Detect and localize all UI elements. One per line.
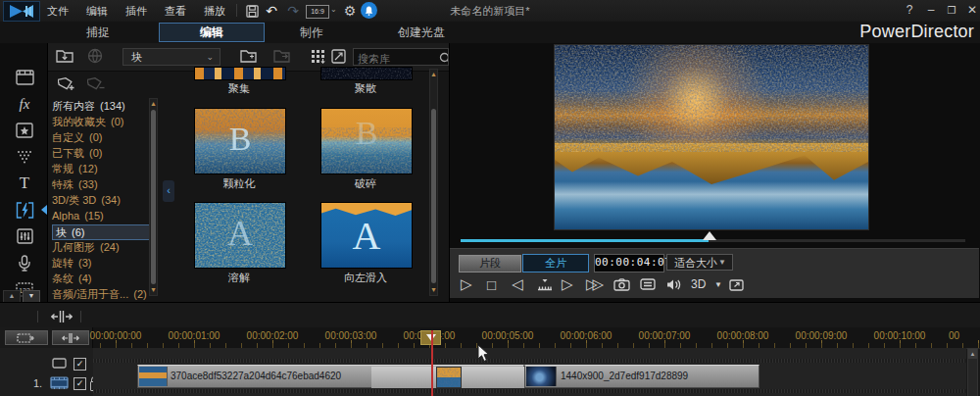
scroll-up-icon[interactable]: ▲: [430, 71, 437, 78]
category-all-content[interactable]: 所有内容(134): [52, 99, 150, 115]
video-track-checkbox[interactable]: ✓: [74, 377, 86, 390]
tab-edit[interactable]: 编辑: [159, 23, 265, 42]
preview-seek-bar[interactable]: [461, 239, 965, 242]
category-3d[interactable]: 3D/类 3D(34): [52, 193, 150, 209]
undock-preview-icon[interactable]: [729, 274, 744, 294]
track-manager-button[interactable]: [5, 330, 48, 345]
category-custom[interactable]: 自定义(0): [52, 130, 150, 146]
transition-label: 颗粒化: [194, 176, 284, 191]
tab-create-disc[interactable]: 创建光盘: [382, 25, 461, 41]
category-alpha[interactable]: Alpha(15): [52, 209, 150, 224]
video-track-icon[interactable]: [50, 376, 69, 389]
restore-button[interactable]: ❐: [944, 5, 959, 16]
add-tag-icon[interactable]: [58, 75, 77, 92]
transition-thumb-gather[interactable]: [194, 67, 286, 80]
pip-objects-room-icon[interactable]: [14, 120, 35, 141]
voiceover-room-icon[interactable]: [14, 252, 35, 273]
play-button[interactable]: ▷: [461, 274, 472, 294]
grid-view-icon[interactable]: [311, 49, 325, 64]
thumbnails-scrollbar-thumb[interactable]: [431, 109, 436, 283]
volume-icon[interactable]: [666, 274, 682, 294]
search-box[interactable]: [353, 48, 449, 66]
remove-tag-icon[interactable]: [87, 75, 107, 92]
timeline-vscrollbar[interactable]: ▲: [967, 348, 978, 396]
tab-produce[interactable]: 制作: [282, 25, 341, 41]
save-icon[interactable]: [243, 2, 261, 20]
step-ruler-button[interactable]: [537, 274, 553, 294]
3d-mode-button[interactable]: 3D: [691, 274, 706, 294]
next-frame-button[interactable]: ▷: [562, 274, 573, 294]
scroll-up-icon[interactable]: ▲: [150, 100, 157, 108]
clip-name: 1440x900_2d7edf917d28899: [561, 371, 688, 381]
particle-room-icon[interactable]: [14, 146, 35, 168]
transition-thumb-slide-left[interactable]: A: [320, 202, 413, 269]
category-block-selected[interactable]: 块(6): [52, 224, 150, 240]
export-folder-icon[interactable]: [273, 48, 290, 63]
tab-capture[interactable]: 捕捉: [69, 25, 127, 41]
library-panel: 块⌄ 所有内容(134) 我的收藏夹(0) 自定义(0) 已下载(0) 常规(1…: [48, 43, 450, 302]
undo-icon[interactable]: ↶: [263, 2, 280, 20]
category-geometric[interactable]: 几何图形(24): [52, 240, 150, 256]
monitor-icon[interactable]: [52, 358, 67, 369]
resize-thumbnails-icon[interactable]: [331, 49, 346, 64]
effects-room-icon[interactable]: fx: [14, 93, 35, 115]
clip-mode-button[interactable]: 片段: [459, 255, 521, 272]
category-scrollbar[interactable]: ▲ ▼: [149, 98, 158, 296]
3d-caret-icon[interactable]: ▼: [714, 274, 722, 294]
transition-thumb-scatter[interactable]: [320, 67, 413, 80]
snapshot-camera-icon[interactable]: [613, 274, 630, 294]
category-stripes[interactable]: 条纹(4): [52, 272, 150, 287]
menu-plugins[interactable]: 插件: [125, 4, 147, 19]
menu-view[interactable]: 查看: [165, 4, 186, 19]
menu-edit[interactable]: 编辑: [86, 4, 108, 19]
seek-handle[interactable]: [703, 231, 716, 240]
transition-indicator[interactable]: [436, 367, 462, 388]
transition-room-icon[interactable]: [14, 199, 35, 221]
transition-thumb-shatter[interactable]: B: [320, 108, 413, 174]
split-clip-icon[interactable]: [49, 309, 74, 324]
category-dropdown[interactable]: 块⌄: [122, 48, 220, 66]
aspect-caret-icon[interactable]: ⌄: [330, 5, 337, 14]
audio-mixing-room-icon[interactable]: [14, 225, 35, 247]
movie-mode-button[interactable]: 全片: [522, 254, 589, 272]
all-tracks-checkbox[interactable]: ✓: [74, 358, 86, 371]
category-downloaded[interactable]: 已下载(0): [52, 146, 150, 162]
import-media-icon[interactable]: [56, 48, 74, 63]
particle-dissolve-overlay: [555, 45, 868, 152]
stop-button[interactable]: □: [487, 274, 496, 294]
search-input[interactable]: [354, 52, 438, 66]
help-button[interactable]: ?: [902, 3, 917, 17]
collapse-panel-button[interactable]: ‹: [163, 180, 174, 202]
zoom-mode-dropdown[interactable]: 适合大小▼: [666, 254, 733, 271]
category-special[interactable]: 特殊(33): [52, 177, 150, 193]
scroll-up-icon[interactable]: ▲: [968, 349, 977, 359]
title-room-icon[interactable]: T: [14, 173, 35, 194]
menu-file[interactable]: 文件: [47, 4, 69, 19]
category-rotate[interactable]: 旋转(3): [52, 256, 150, 272]
transition-thumb-granulate[interactable]: B: [194, 108, 286, 174]
timeline-clip-2[interactable]: 1440x900_2d7edf917d28899: [524, 365, 760, 388]
close-button[interactable]: ✕: [964, 3, 980, 17]
minimize-button[interactable]: –: [923, 3, 939, 17]
aspect-ratio-badge[interactable]: 16:9: [306, 5, 329, 19]
menubar-divider: [236, 4, 237, 17]
timeline-ruler[interactable]: 00:00:00:00 00:00:01:00 00:00:02:00 00:0…: [0, 327, 980, 349]
category-scrollbar-thumb[interactable]: [151, 110, 156, 284]
menu-play[interactable]: 播放: [204, 4, 225, 19]
preview-quality-icon[interactable]: [640, 274, 656, 294]
category-audio[interactable]: 音频/适用于音...(2): [52, 287, 150, 302]
new-folder-icon[interactable]: [240, 48, 257, 63]
thumbnails-scrollbar[interactable]: ▲ ▼: [429, 69, 438, 296]
settings-gear-icon[interactable]: ⚙: [341, 2, 359, 20]
scroll-down-icon[interactable]: ▼: [150, 286, 157, 294]
redo-icon[interactable]: ↷: [284, 2, 302, 20]
category-general[interactable]: 常规(12): [52, 162, 150, 177]
scroll-down-icon[interactable]: ▼: [430, 286, 437, 294]
transition-thumb-dissolve[interactable]: A: [194, 202, 286, 269]
previous-frame-button[interactable]: ◁: [512, 274, 523, 294]
category-favorites[interactable]: 我的收藏夹(0): [52, 115, 150, 130]
download-templates-icon[interactable]: [87, 48, 103, 64]
fast-forward-button[interactable]: ▷▷: [586, 274, 599, 294]
media-room-icon[interactable]: [14, 67, 35, 88]
timeline-clip-1[interactable]: 370ace8df53227a204d64c76ebad4620: [137, 365, 524, 388]
